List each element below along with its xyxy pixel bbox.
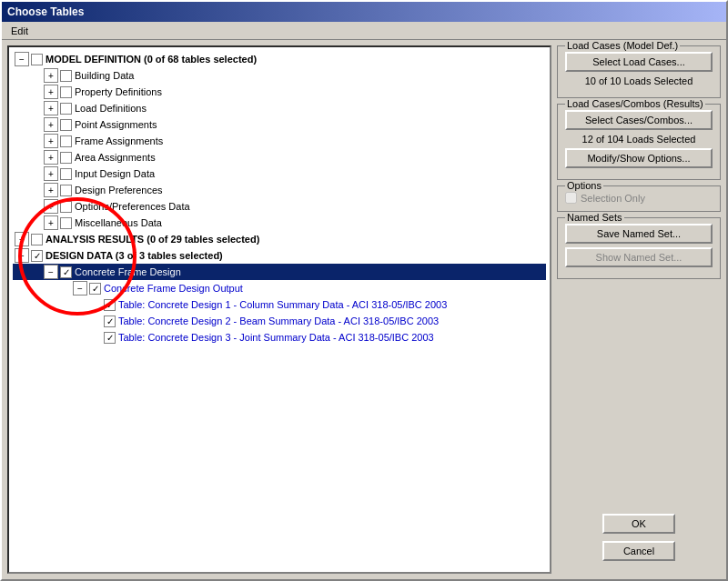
cancel-button[interactable]: Cancel [602, 541, 675, 561]
label-misc: Miscellaneous Data [75, 217, 162, 228]
title-bar: Choose Tables [2, 2, 726, 22]
label-input-design: Input Design Data [75, 168, 155, 179]
expander-load-def[interactable]: + [44, 101, 58, 115]
checkbox-model-def[interactable] [31, 54, 43, 65]
expander-design-data[interactable]: − [15, 248, 29, 263]
checkbox-point-assign[interactable] [60, 119, 72, 131]
select-cases-combos-button[interactable]: Select Cases/Combos... [565, 110, 713, 130]
checkbox-frame-assign[interactable] [60, 135, 72, 147]
menu-bar: Edit [2, 22, 726, 40]
expander-building-data[interactable]: + [44, 68, 58, 83]
main-window: Choose Tables Edit − MODEL DEFINITION (0… [0, 0, 728, 581]
tree-row-table2[interactable]: Table: Concrete Design 2 - Beam Summary … [13, 313, 546, 329]
selection-only-row: Selection Only [565, 192, 713, 204]
load-cases-model-status: 10 of 10 Loads Selected [565, 75, 713, 86]
content-area: − MODEL DEFINITION (0 of 68 tables selec… [2, 40, 726, 579]
tree-row-table3[interactable]: Table: Concrete Design 3 - Joint Summary… [13, 329, 546, 346]
label-table1: Table: Concrete Design 1 - Column Summar… [118, 299, 447, 310]
checkbox-input-design[interactable] [60, 168, 72, 180]
ok-cancel-area: OK Cancel [557, 514, 721, 574]
label-concrete-frame: Concrete Frame Design [75, 266, 181, 277]
select-load-cases-button[interactable]: Select Load Cases... [565, 52, 713, 72]
label-design-data: DESIGN DATA (3 of 3 tables selected) [46, 250, 223, 261]
label-table3: Table: Concrete Design 3 - Joint Summary… [118, 332, 434, 343]
tree-row-input-design[interactable]: + Input Design Data [13, 165, 546, 182]
tree-node-analysis: + ANALYSIS RESULTS (0 of 29 tables selec… [13, 231, 546, 247]
label-frame-assign: Frame Assignments [75, 135, 163, 146]
tree-row-area-assign[interactable]: + Area Assignments [13, 149, 546, 165]
expander-analysis[interactable]: + [15, 232, 29, 246]
checkbox-table2[interactable] [104, 316, 116, 327]
expander-misc[interactable]: + [44, 215, 58, 230]
label-model-def: MODEL DEFINITION (0 of 68 tables selecte… [46, 54, 257, 65]
tree-row-design-pref[interactable]: + Design Preferences [13, 182, 546, 198]
tree-panel[interactable]: − MODEL DEFINITION (0 of 68 tables selec… [7, 45, 551, 574]
show-named-set-button[interactable]: Show Named Set... [565, 247, 713, 267]
checkbox-design-pref[interactable] [60, 185, 72, 196]
children-model-def: + Building Data + Property Definitions + [13, 67, 546, 231]
menu-edit[interactable]: Edit [5, 24, 34, 38]
label-analysis: ANALYSIS RESULTS (0 of 29 tables selecte… [46, 234, 259, 245]
right-panel: Load Cases (Model Def.) Select Load Case… [557, 45, 721, 574]
tree-row-design-data[interactable]: − DESIGN DATA (3 of 3 tables selected) [13, 247, 546, 264]
expander-model-def[interactable]: − [15, 52, 29, 66]
label-building-data: Building Data [75, 70, 134, 81]
children-design-data: − Concrete Frame Design − Concrete Frame… [13, 264, 546, 346]
label-load-def: Load Definitions [75, 103, 147, 114]
checkbox-property-def[interactable] [60, 86, 72, 98]
modify-show-options-button[interactable]: Modify/Show Options... [565, 148, 713, 168]
checkbox-load-def[interactable] [60, 103, 72, 115]
checkbox-building-data[interactable] [60, 70, 72, 82]
checkbox-analysis[interactable] [31, 234, 43, 245]
checkbox-concrete-output[interactable] [89, 283, 101, 295]
save-named-set-button[interactable]: Save Named Set... [565, 224, 713, 244]
load-cases-results-status: 12 of 104 Loads Selected [565, 134, 713, 145]
expander-options-pref[interactable]: + [44, 199, 58, 214]
tree-row-analysis[interactable]: + ANALYSIS RESULTS (0 of 29 tables selec… [13, 231, 546, 247]
checkbox-misc[interactable] [60, 217, 72, 229]
tree-row-load-def[interactable]: + Load Definitions [13, 100, 546, 116]
label-options-pref: Options/Preferences Data [75, 201, 190, 212]
tree-row-property-def[interactable]: + Property Definitions [13, 84, 546, 100]
label-design-pref: Design Preferences [75, 185, 163, 195]
load-cases-results-title: Load Cases/Combos (Results) [565, 98, 705, 109]
tree-row-building-data[interactable]: + Building Data [13, 67, 546, 84]
tree-row-options-pref[interactable]: + Options/Preferences Data [13, 198, 546, 215]
tree-row-point-assign[interactable]: + Point Assignments [13, 116, 546, 133]
tree-row-model-def[interactable]: − MODEL DEFINITION (0 of 68 tables selec… [13, 51, 546, 67]
options-title: Options [565, 180, 603, 191]
ok-button[interactable]: OK [602, 514, 675, 534]
named-sets-group: Named Sets Save Named Set... Show Named … [557, 217, 721, 279]
load-cases-results-group: Load Cases/Combos (Results) Select Cases… [557, 104, 721, 180]
options-group: Options Selection Only [557, 185, 721, 212]
expander-concrete-frame[interactable]: − [44, 265, 58, 279]
label-concrete-output: Concrete Frame Design Output [104, 283, 243, 294]
expander-frame-assign[interactable]: + [44, 134, 58, 148]
label-table2: Table: Concrete Design 2 - Beam Summary … [118, 316, 439, 326]
tree-row-concrete-output[interactable]: − Concrete Frame Design Output [13, 280, 546, 296]
selection-only-label: Selection Only [581, 193, 645, 204]
checkbox-area-assign[interactable] [60, 152, 72, 164]
checkbox-options-pref[interactable] [60, 201, 72, 213]
label-property-def: Property Definitions [75, 86, 162, 97]
label-point-assign: Point Assignments [75, 119, 157, 130]
checkbox-table1[interactable] [104, 299, 116, 311]
tree-row-concrete-frame[interactable]: − Concrete Frame Design [13, 264, 546, 280]
expander-property-def[interactable]: + [44, 85, 58, 99]
tree-node-design-data: − DESIGN DATA (3 of 3 tables selected) −… [13, 247, 546, 346]
checkbox-concrete-frame[interactable] [60, 266, 72, 278]
checkbox-table3[interactable] [104, 332, 116, 344]
expander-concrete-output[interactable]: − [73, 281, 87, 296]
checkbox-design-data[interactable] [31, 250, 43, 262]
expander-area-assign[interactable]: + [44, 150, 58, 165]
tree-row-misc[interactable]: + Miscellaneous Data [13, 215, 546, 231]
selection-only-checkbox[interactable] [565, 192, 577, 204]
expander-point-assign[interactable]: + [44, 117, 58, 132]
tree-row-table1[interactable]: Table: Concrete Design 1 - Column Summar… [13, 296, 546, 313]
label-area-assign: Area Assignments [75, 152, 156, 163]
expander-design-pref[interactable]: + [44, 183, 58, 197]
named-sets-title: Named Sets [565, 212, 624, 223]
load-cases-model-title: Load Cases (Model Def.) [565, 40, 680, 51]
expander-input-design[interactable]: + [44, 166, 58, 181]
tree-row-frame-assign[interactable]: + Frame Assignments [13, 133, 546, 149]
